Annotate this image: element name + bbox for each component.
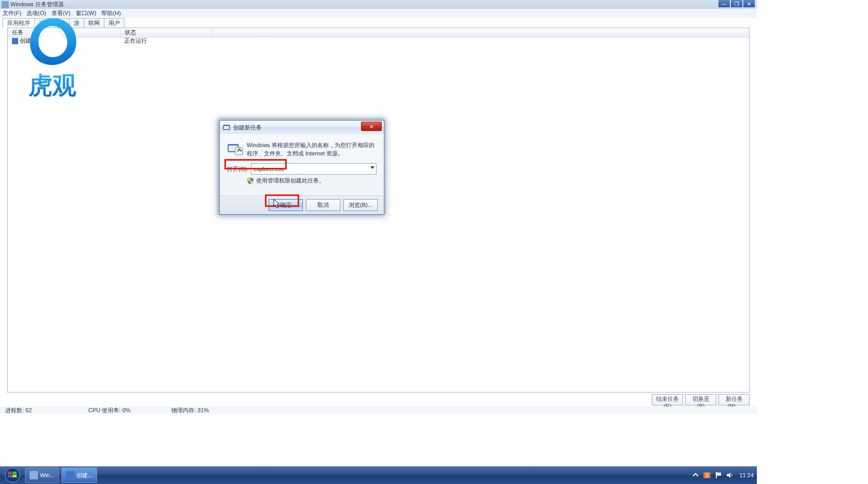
menu-window[interactable]: 窗口(W) [73, 9, 99, 17]
run-dialog-taskbar-icon [66, 471, 74, 479]
tray-flag-icon[interactable] [714, 471, 723, 479]
taskbar-item-label: 创建... [76, 472, 92, 479]
open-label: 打开(O): [227, 165, 251, 173]
screen-right-padding [757, 0, 868, 484]
tab-networking[interactable]: 联网 [84, 18, 104, 28]
shield-icon [247, 177, 254, 185]
dialog-button-row: 确定 取消 浏览(B)... [220, 195, 384, 214]
taskbar[interactable]: Win... 创建... S 11:24 [0, 466, 757, 484]
task-cell: 创建 [8, 37, 120, 45]
menu-file[interactable]: 文件(F) [0, 9, 24, 17]
ok-button[interactable]: 确定 [269, 199, 303, 211]
switch-to-button[interactable]: 切换至(S) [685, 394, 716, 405]
column-status[interactable]: 状态 [121, 28, 212, 37]
action-buttons: 结束任务(E) 切换至(S) 新任务(N)... [650, 394, 750, 405]
dialog-close-button[interactable]: ✕ [361, 122, 382, 131]
open-input[interactable] [251, 164, 370, 174]
status-cpu: CPU 使用率: 0% [88, 407, 166, 414]
column-task[interactable]: 任务 [8, 28, 121, 37]
tray-ime-icon[interactable]: S [703, 471, 711, 479]
svg-text:S: S [705, 473, 709, 478]
statusbar: 进程数: 62 CPU 使用率: 0% 物理内存: 31% [0, 407, 757, 414]
window-title: Windows 任务管理器 [10, 1, 64, 8]
status-memory: 物理内存: 31% [171, 407, 249, 414]
svg-rect-9 [716, 472, 717, 478]
titlebar[interactable]: Windows 任务管理器 — ❐ ✕ [0, 0, 757, 9]
menu-view[interactable]: 查看(V) [49, 9, 73, 17]
create-new-task-dialog: 创建新任务 ✕ Windows 将根据您所输入的名称，为您打开相应的程序、文件夹… [219, 120, 384, 215]
close-button[interactable]: ✕ [743, 0, 755, 7]
open-row: 打开(O): [227, 163, 377, 175]
new-task-button[interactable]: 新任务(N)... [718, 394, 750, 405]
tray-up-icon[interactable] [691, 471, 700, 479]
svg-rect-2 [224, 126, 230, 129]
admin-text: 使用管理权限创建此任务。 [256, 177, 325, 185]
tab-applications[interactable]: 应用程序 [3, 18, 35, 28]
chevron-down-icon[interactable] [370, 166, 375, 169]
tab-performance[interactable]: 游 [69, 18, 84, 28]
taskbar-item-task-manager[interactable]: Win... [25, 467, 59, 483]
task-name: 创建 [20, 37, 31, 45]
run-dialog-icon [223, 124, 230, 131]
listview-header: 任务 状态 [8, 28, 749, 37]
end-task-button[interactable]: 结束任务(E) [652, 394, 683, 405]
tabstrip: 应用程序 进程 服 游 联网 用户 [3, 18, 124, 28]
cancel-button[interactable]: 取消 [306, 199, 340, 211]
tab-processes[interactable]: 进程 [34, 18, 55, 28]
menu-help[interactable]: 帮助(H) [99, 9, 123, 17]
start-button[interactable] [2, 467, 23, 483]
table-row[interactable]: 创建 正在运行 [8, 37, 749, 45]
clock-time: 11:24 [739, 472, 754, 478]
dialog-title: 创建新任务 [233, 124, 262, 132]
dialog-message: Windows 将根据您所输入的名称，为您打开相应的程序、文件夹、文档或 Int… [247, 141, 375, 158]
menu-options[interactable]: 选项(O) [24, 9, 49, 17]
menubar: 文件(F) 选项(O) 查看(V) 窗口(W) 帮助(H) [0, 9, 757, 18]
status-processes: 进程数: 62 [5, 407, 83, 414]
status-cell: 正在运行 [120, 37, 211, 45]
taskbar-item-create-task[interactable]: 创建... [61, 467, 97, 483]
dialog-body: Windows 将根据您所输入的名称，为您打开相应的程序、文件夹、文档或 Int… [220, 134, 384, 214]
task-manager-app-icon [2, 1, 9, 8]
maximize-button[interactable]: ❐ [731, 0, 742, 7]
tab-services[interactable]: 服 [55, 18, 70, 28]
task-manager-taskbar-icon [30, 471, 38, 479]
taskbar-item-label: Win... [40, 472, 55, 478]
windows-start-orb-icon [5, 467, 20, 483]
run-dialog-icon [12, 38, 18, 44]
run-program-icon [227, 141, 244, 156]
dialog-titlebar[interactable]: 创建新任务 ✕ [220, 121, 384, 135]
open-combobox[interactable] [251, 163, 377, 175]
tab-users[interactable]: 用户 [104, 18, 125, 28]
system-tray[interactable]: S 11:24 [688, 466, 754, 484]
browse-button[interactable]: 浏览(B)... [343, 199, 378, 211]
taskbar-clock[interactable]: 11:24 [739, 472, 754, 478]
minimize-button[interactable]: — [718, 0, 730, 7]
tray-volume-icon[interactable] [726, 471, 734, 479]
admin-privilege-row: 使用管理权限创建此任务。 [247, 177, 325, 185]
